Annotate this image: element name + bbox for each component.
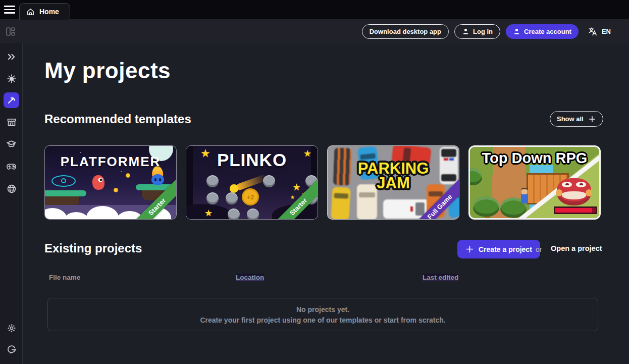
login-label: Log in: [473, 28, 493, 35]
translate-icon: [588, 27, 598, 36]
template-title: PLATFORMER: [45, 154, 176, 170]
language-selector[interactable]: EN: [588, 27, 611, 36]
player-character-art: [92, 175, 105, 190]
create-project-label: Create a project: [479, 245, 532, 253]
star-icon: ★: [204, 207, 213, 218]
download-desktop-app-button[interactable]: Download desktop app: [362, 24, 449, 39]
star-icon: ★: [290, 194, 295, 200]
play-gamepad-icon[interactable]: [6, 161, 17, 172]
person-icon: [462, 28, 469, 35]
plus-icon: [588, 115, 596, 123]
page-title: My projects: [44, 58, 171, 83]
template-title: PLINKO: [186, 150, 318, 170]
shop-storefront-icon[interactable]: [6, 117, 17, 127]
settings-gear-icon[interactable]: [6, 323, 17, 333]
neon-eye-art: [51, 175, 76, 187]
template-title: Top Down RPG: [470, 150, 599, 167]
gdevelop-logo-icon[interactable]: [6, 344, 17, 355]
empty-state-line1: No projects yet.: [296, 305, 349, 314]
empty-state-line2: Create your first project using one of o…: [200, 316, 445, 324]
or-label: or: [536, 245, 542, 253]
sidebar: [0, 43, 23, 364]
panels-layout-icon[interactable]: [5, 26, 16, 37]
show-all-button[interactable]: Show all: [550, 111, 603, 127]
create-account-label: Create account: [524, 28, 571, 35]
open-project-link[interactable]: Open a project: [551, 244, 602, 252]
star-icon: ★: [292, 181, 301, 192]
create-project-button[interactable]: Create a project: [457, 240, 540, 258]
main-content: My projects Recommended templates Show a…: [23, 43, 629, 364]
hero-character-art: [521, 193, 528, 203]
recommended-templates-heading: Recommended templates: [44, 112, 191, 126]
tab-home[interactable]: Home: [19, 3, 70, 20]
existing-projects-heading: Existing projects: [44, 241, 142, 255]
template-card-plinko[interactable]: PLINKO +2 ★ ★ ★ ★ ★ ★ Starter: [186, 145, 318, 220]
expand-double-chevron-icon[interactable]: [6, 51, 17, 62]
column-last-edited: Last edited: [423, 274, 458, 281]
community-globe-icon[interactable]: [6, 183, 17, 194]
home-icon: [26, 8, 35, 16]
create-account-button[interactable]: Create account: [506, 24, 579, 39]
get-started-sun-icon[interactable]: [6, 73, 17, 84]
window-top-bar: Home: [0, 0, 629, 19]
hamburger-menu-icon[interactable]: [4, 5, 15, 14]
template-card-platformer[interactable]: PLATFORMER Starter: [44, 145, 177, 220]
learn-graduation-cap-icon[interactable]: [6, 139, 17, 149]
frog-boss-art: [557, 178, 591, 205]
tab-home-label: Home: [39, 8, 59, 16]
download-desktop-app-label: Download desktop app: [370, 28, 441, 35]
plinko-bonus-label: +2: [242, 188, 259, 205]
plus-icon: [465, 245, 474, 253]
sidebar-item-build-selected[interactable]: [4, 92, 19, 108]
build-pickaxe-icon: [7, 95, 16, 105]
template-card-parking-jam[interactable]: PARKING JAM Full Game: [327, 145, 459, 220]
language-code: EN: [602, 28, 611, 35]
ball-art: [230, 184, 238, 193]
empty-projects-placeholder: No projects yet. Create your first proje…: [47, 298, 598, 331]
column-location: Location: [236, 274, 264, 281]
login-button[interactable]: Log in: [454, 24, 500, 39]
show-all-label: Show all: [557, 115, 584, 123]
column-file-name: File name: [49, 274, 80, 281]
toolbar: Download desktop app Log in Create accou…: [0, 19, 629, 43]
person-icon: [513, 28, 520, 35]
template-cards-row: PLATFORMER Starter PLINKO: [44, 145, 601, 220]
template-title: PARKING JAM: [348, 161, 439, 191]
template-card-top-down-rpg[interactable]: Top Down RPG: [468, 145, 601, 220]
health-bar-art: [554, 206, 597, 214]
